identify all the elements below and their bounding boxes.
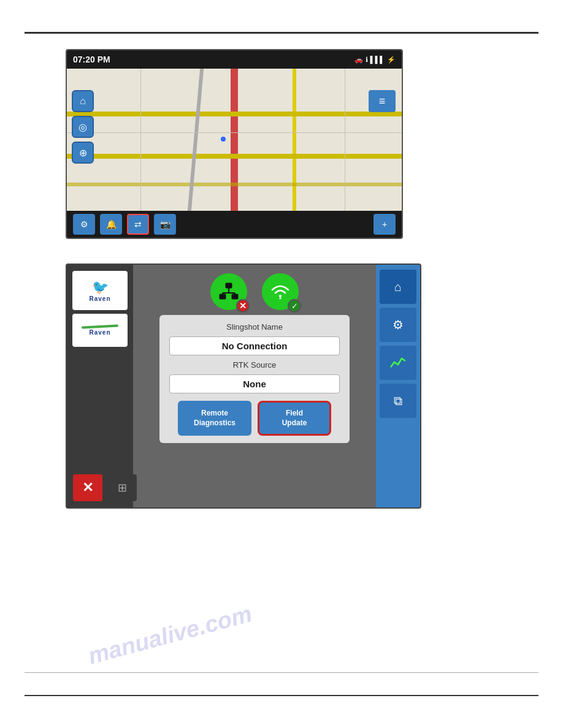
raven-line-icon xyxy=(82,324,118,328)
raven-bird-icon: 🐦 xyxy=(92,279,109,295)
top-divider xyxy=(25,32,538,34)
map-road-diagonal xyxy=(188,69,204,211)
map-road-vertical-red xyxy=(231,69,238,211)
rtk-source-label: RTK Source xyxy=(169,360,340,370)
right-settings-button[interactable]: ⚙ xyxy=(380,308,416,342)
field-update-button[interactable]: FieldUpdate xyxy=(258,401,331,436)
second-bottom-divider xyxy=(25,672,538,673)
svg-rect-2 xyxy=(232,294,238,299)
map-layer-button[interactable]: ≡ xyxy=(369,90,396,112)
map-area: ⌂ ◎ ⊕ ≡ xyxy=(67,69,402,211)
right-panel: ⌂ ⚙ ⧉ xyxy=(376,265,420,507)
map-topright-area: ≡ xyxy=(369,90,396,112)
toolbar-bell-button[interactable]: 🔔 xyxy=(100,214,122,235)
map-road-horizontal-2 xyxy=(67,154,402,159)
grid-button[interactable]: ⊞ xyxy=(107,474,137,501)
battery-icon: ⚡ xyxy=(387,56,396,64)
remote-diagnostics-button[interactable]: RemoteDiagnostics xyxy=(178,401,251,436)
raven-top-label: Raven xyxy=(89,295,110,302)
bottom-divider xyxy=(25,695,538,696)
close-button[interactable]: ✕ xyxy=(73,474,102,501)
white-dialog: Slingshot Name No Connection RTK Source … xyxy=(159,315,350,443)
raven-logo-top[interactable]: 🐦 Raven xyxy=(72,271,128,310)
toolbar-add-button[interactable]: + xyxy=(373,214,396,235)
status-time: 07:20 PM xyxy=(73,55,110,64)
rtk-source-value: None xyxy=(169,374,340,393)
right-home-button[interactable]: ⌂ xyxy=(380,270,416,304)
map-toolbar: ⚙ 🔔 ⇄ 📷 + xyxy=(67,211,402,238)
svg-rect-1 xyxy=(220,294,226,299)
map-grid-v1 xyxy=(140,69,141,211)
bottom-left-buttons: ✕ ⊞ xyxy=(73,474,137,501)
watermark: manualive.com xyxy=(85,601,255,670)
toolbar-camera-button[interactable]: 📷 xyxy=(154,214,176,235)
map-location-dot xyxy=(221,137,226,142)
raven-bottom-label: Raven xyxy=(89,329,110,336)
svg-point-7 xyxy=(279,295,282,297)
map-road-horizontal-3 xyxy=(67,183,402,186)
left-panel: 🐦 Raven Raven xyxy=(67,265,133,507)
signal-icon: ▌▌▌ xyxy=(370,56,385,63)
dialog-area: ✕ ✓ Slingshot Name No Connection RTK Sou… xyxy=(133,265,376,507)
car-icon: 🚗 xyxy=(354,56,363,64)
network-error-badge: ✕ xyxy=(236,299,250,313)
toolbar-route-button[interactable]: ⇄ xyxy=(127,214,149,235)
map-screenshot: 07:20 PM 🚗 ℹ ▌▌▌ ⚡ ⌂ ◎ ⊕ ≡ ⚙ 🔔 xyxy=(66,49,403,239)
map-grid-v2 xyxy=(345,69,345,211)
map-sidebar-left: ⌂ ◎ ⊕ xyxy=(72,90,94,164)
dialog-top-icons: ✕ ✓ xyxy=(210,273,299,310)
map-road-horizontal-1 xyxy=(67,112,402,116)
slingshot-name-value: No Connection xyxy=(169,336,340,355)
wifi-check-badge: ✓ xyxy=(288,299,301,313)
map-locate-button[interactable]: ⊕ xyxy=(72,142,94,164)
map-home-button[interactable]: ⌂ xyxy=(72,90,94,112)
wifi-icon: ✓ xyxy=(262,273,299,310)
slingshot-screenshot: 🐦 Raven Raven ⌂ ⚙ ⧉ xyxy=(66,264,421,509)
right-chart-button[interactable] xyxy=(380,346,416,380)
network-icon: ✕ xyxy=(210,273,247,310)
raven-logo-bottom[interactable]: Raven xyxy=(72,314,128,347)
map-road-vertical-yellow xyxy=(293,69,296,211)
toolbar-settings-button[interactable]: ⚙ xyxy=(73,214,95,235)
slingshot-name-label: Slingshot Name xyxy=(169,322,340,332)
map-target-button[interactable]: ◎ xyxy=(72,116,94,138)
status-bar: 07:20 PM 🚗 ℹ ▌▌▌ ⚡ xyxy=(67,50,402,69)
right-export-button[interactable]: ⧉ xyxy=(380,384,416,418)
info-icon: ℹ xyxy=(366,56,368,64)
status-icons: 🚗 ℹ ▌▌▌ ⚡ xyxy=(354,56,396,64)
svg-rect-0 xyxy=(226,283,232,288)
dialog-buttons: RemoteDiagnostics FieldUpdate xyxy=(169,401,340,436)
map-grid-h1 xyxy=(67,132,402,133)
